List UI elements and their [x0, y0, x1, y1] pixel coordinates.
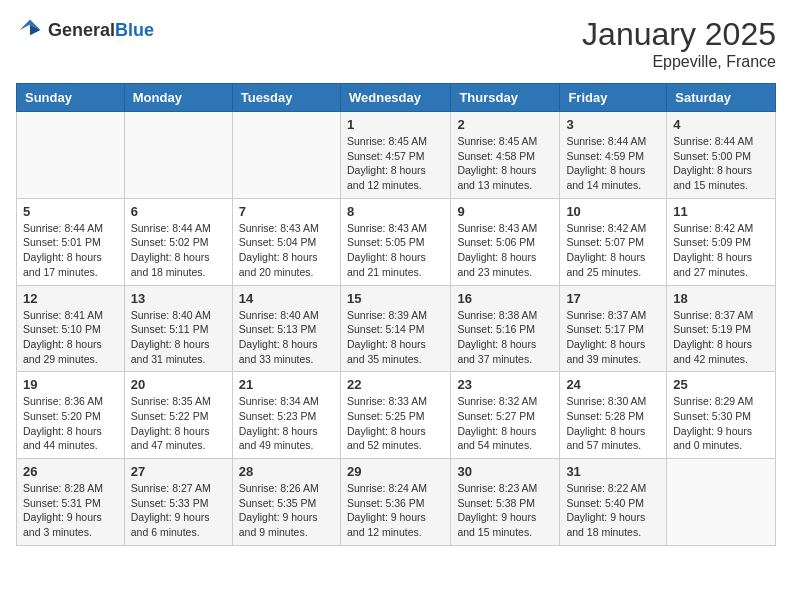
day-info: Sunrise: 8:40 AM Sunset: 5:13 PM Dayligh…	[239, 308, 334, 367]
calendar-header-row: SundayMondayTuesdayWednesdayThursdayFrid…	[17, 84, 776, 112]
day-number: 12	[23, 291, 118, 306]
calendar-cell: 15Sunrise: 8:39 AM Sunset: 5:14 PM Dayli…	[340, 285, 450, 372]
calendar-cell: 27Sunrise: 8:27 AM Sunset: 5:33 PM Dayli…	[124, 459, 232, 546]
day-number: 13	[131, 291, 226, 306]
title-block: January 2025 Eppeville, France	[582, 16, 776, 71]
calendar-cell: 28Sunrise: 8:26 AM Sunset: 5:35 PM Dayli…	[232, 459, 340, 546]
day-info: Sunrise: 8:38 AM Sunset: 5:16 PM Dayligh…	[457, 308, 553, 367]
day-info: Sunrise: 8:30 AM Sunset: 5:28 PM Dayligh…	[566, 394, 660, 453]
location-title: Eppeville, France	[582, 53, 776, 71]
logo: GeneralBlue	[16, 16, 154, 44]
calendar-cell: 19Sunrise: 8:36 AM Sunset: 5:20 PM Dayli…	[17, 372, 125, 459]
day-info: Sunrise: 8:42 AM Sunset: 5:07 PM Dayligh…	[566, 221, 660, 280]
calendar-cell: 14Sunrise: 8:40 AM Sunset: 5:13 PM Dayli…	[232, 285, 340, 372]
day-info: Sunrise: 8:44 AM Sunset: 4:59 PM Dayligh…	[566, 134, 660, 193]
day-info: Sunrise: 8:35 AM Sunset: 5:22 PM Dayligh…	[131, 394, 226, 453]
day-number: 22	[347, 377, 444, 392]
day-info: Sunrise: 8:23 AM Sunset: 5:38 PM Dayligh…	[457, 481, 553, 540]
calendar-cell: 18Sunrise: 8:37 AM Sunset: 5:19 PM Dayli…	[667, 285, 776, 372]
day-number: 7	[239, 204, 334, 219]
day-number: 27	[131, 464, 226, 479]
day-number: 28	[239, 464, 334, 479]
calendar-cell: 8Sunrise: 8:43 AM Sunset: 5:05 PM Daylig…	[340, 198, 450, 285]
calendar-day-header: Tuesday	[232, 84, 340, 112]
calendar-day-header: Wednesday	[340, 84, 450, 112]
day-number: 24	[566, 377, 660, 392]
day-number: 18	[673, 291, 769, 306]
logo-blue: Blue	[115, 20, 154, 40]
calendar-cell: 13Sunrise: 8:40 AM Sunset: 5:11 PM Dayli…	[124, 285, 232, 372]
calendar-cell: 23Sunrise: 8:32 AM Sunset: 5:27 PM Dayli…	[451, 372, 560, 459]
day-info: Sunrise: 8:37 AM Sunset: 5:17 PM Dayligh…	[566, 308, 660, 367]
calendar-cell: 16Sunrise: 8:38 AM Sunset: 5:16 PM Dayli…	[451, 285, 560, 372]
calendar-table: SundayMondayTuesdayWednesdayThursdayFrid…	[16, 83, 776, 546]
day-number: 15	[347, 291, 444, 306]
calendar-cell: 12Sunrise: 8:41 AM Sunset: 5:10 PM Dayli…	[17, 285, 125, 372]
day-info: Sunrise: 8:27 AM Sunset: 5:33 PM Dayligh…	[131, 481, 226, 540]
day-info: Sunrise: 8:44 AM Sunset: 5:01 PM Dayligh…	[23, 221, 118, 280]
day-info: Sunrise: 8:32 AM Sunset: 5:27 PM Dayligh…	[457, 394, 553, 453]
calendar-cell: 2Sunrise: 8:45 AM Sunset: 4:58 PM Daylig…	[451, 112, 560, 199]
calendar-cell	[17, 112, 125, 199]
day-number: 25	[673, 377, 769, 392]
day-info: Sunrise: 8:44 AM Sunset: 5:02 PM Dayligh…	[131, 221, 226, 280]
day-number: 1	[347, 117, 444, 132]
calendar-cell: 6Sunrise: 8:44 AM Sunset: 5:02 PM Daylig…	[124, 198, 232, 285]
calendar-cell: 11Sunrise: 8:42 AM Sunset: 5:09 PM Dayli…	[667, 198, 776, 285]
day-info: Sunrise: 8:33 AM Sunset: 5:25 PM Dayligh…	[347, 394, 444, 453]
calendar-cell: 9Sunrise: 8:43 AM Sunset: 5:06 PM Daylig…	[451, 198, 560, 285]
day-number: 4	[673, 117, 769, 132]
calendar-week-row: 26Sunrise: 8:28 AM Sunset: 5:31 PM Dayli…	[17, 459, 776, 546]
day-info: Sunrise: 8:43 AM Sunset: 5:05 PM Dayligh…	[347, 221, 444, 280]
calendar-cell: 10Sunrise: 8:42 AM Sunset: 5:07 PM Dayli…	[560, 198, 667, 285]
calendar-cell: 25Sunrise: 8:29 AM Sunset: 5:30 PM Dayli…	[667, 372, 776, 459]
logo-icon	[16, 16, 44, 44]
logo-text: GeneralBlue	[48, 20, 154, 41]
calendar-cell: 22Sunrise: 8:33 AM Sunset: 5:25 PM Dayli…	[340, 372, 450, 459]
calendar-cell: 7Sunrise: 8:43 AM Sunset: 5:04 PM Daylig…	[232, 198, 340, 285]
calendar-cell: 1Sunrise: 8:45 AM Sunset: 4:57 PM Daylig…	[340, 112, 450, 199]
day-info: Sunrise: 8:39 AM Sunset: 5:14 PM Dayligh…	[347, 308, 444, 367]
calendar-week-row: 19Sunrise: 8:36 AM Sunset: 5:20 PM Dayli…	[17, 372, 776, 459]
day-info: Sunrise: 8:45 AM Sunset: 4:57 PM Dayligh…	[347, 134, 444, 193]
day-number: 9	[457, 204, 553, 219]
calendar-day-header: Saturday	[667, 84, 776, 112]
calendar-cell: 24Sunrise: 8:30 AM Sunset: 5:28 PM Dayli…	[560, 372, 667, 459]
calendar-cell: 21Sunrise: 8:34 AM Sunset: 5:23 PM Dayli…	[232, 372, 340, 459]
day-number: 19	[23, 377, 118, 392]
day-info: Sunrise: 8:29 AM Sunset: 5:30 PM Dayligh…	[673, 394, 769, 453]
calendar-day-header: Monday	[124, 84, 232, 112]
calendar-cell: 3Sunrise: 8:44 AM Sunset: 4:59 PM Daylig…	[560, 112, 667, 199]
day-number: 6	[131, 204, 226, 219]
calendar-cell: 26Sunrise: 8:28 AM Sunset: 5:31 PM Dayli…	[17, 459, 125, 546]
day-info: Sunrise: 8:41 AM Sunset: 5:10 PM Dayligh…	[23, 308, 118, 367]
calendar-cell: 30Sunrise: 8:23 AM Sunset: 5:38 PM Dayli…	[451, 459, 560, 546]
day-info: Sunrise: 8:43 AM Sunset: 5:06 PM Dayligh…	[457, 221, 553, 280]
day-number: 29	[347, 464, 444, 479]
day-info: Sunrise: 8:24 AM Sunset: 5:36 PM Dayligh…	[347, 481, 444, 540]
day-info: Sunrise: 8:22 AM Sunset: 5:40 PM Dayligh…	[566, 481, 660, 540]
day-number: 5	[23, 204, 118, 219]
calendar-week-row: 5Sunrise: 8:44 AM Sunset: 5:01 PM Daylig…	[17, 198, 776, 285]
calendar-week-row: 12Sunrise: 8:41 AM Sunset: 5:10 PM Dayli…	[17, 285, 776, 372]
day-number: 26	[23, 464, 118, 479]
day-info: Sunrise: 8:40 AM Sunset: 5:11 PM Dayligh…	[131, 308, 226, 367]
calendar-cell: 17Sunrise: 8:37 AM Sunset: 5:17 PM Dayli…	[560, 285, 667, 372]
calendar-cell: 4Sunrise: 8:44 AM Sunset: 5:00 PM Daylig…	[667, 112, 776, 199]
day-number: 30	[457, 464, 553, 479]
day-number: 10	[566, 204, 660, 219]
day-number: 8	[347, 204, 444, 219]
day-info: Sunrise: 8:34 AM Sunset: 5:23 PM Dayligh…	[239, 394, 334, 453]
calendar-week-row: 1Sunrise: 8:45 AM Sunset: 4:57 PM Daylig…	[17, 112, 776, 199]
logo-general: General	[48, 20, 115, 40]
calendar-day-header: Friday	[560, 84, 667, 112]
day-number: 21	[239, 377, 334, 392]
day-number: 2	[457, 117, 553, 132]
month-title: January 2025	[582, 16, 776, 53]
calendar-day-header: Sunday	[17, 84, 125, 112]
day-number: 20	[131, 377, 226, 392]
day-info: Sunrise: 8:37 AM Sunset: 5:19 PM Dayligh…	[673, 308, 769, 367]
day-number: 17	[566, 291, 660, 306]
day-number: 3	[566, 117, 660, 132]
day-info: Sunrise: 8:36 AM Sunset: 5:20 PM Dayligh…	[23, 394, 118, 453]
